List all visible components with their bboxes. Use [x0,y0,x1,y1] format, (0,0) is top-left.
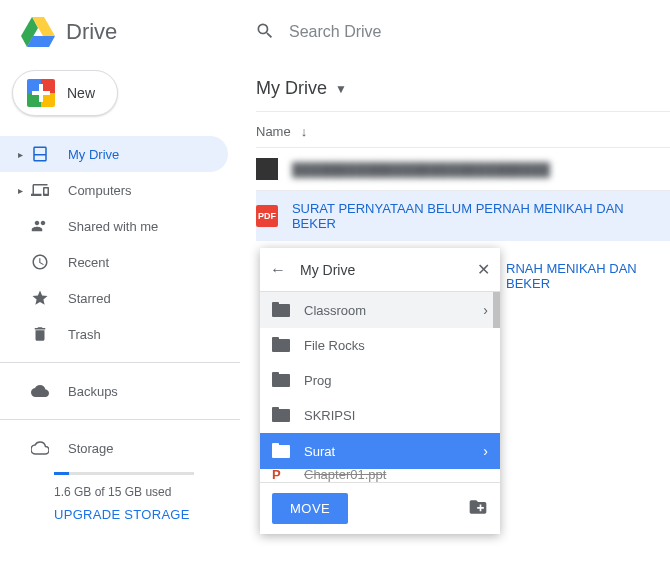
move-dialog: ← My Drive ✕ Classroom › File Rocks Prog… [260,248,500,534]
file-icon [256,158,278,180]
sidebar-item-computers[interactable]: ▸ Computers [0,172,228,208]
starred-icon [30,288,50,308]
chevron-right-icon[interactable]: › [483,302,488,318]
new-button-label: New [67,85,95,101]
folder-row-prog[interactable]: Prog [260,363,500,398]
sidebar-item-shared[interactable]: Shared with me [0,208,228,244]
folder-icon [272,444,290,458]
search-icon [255,21,275,44]
sidebar-item-backups[interactable]: Backups [0,373,228,409]
recent-icon [30,252,50,272]
drive-logo-icon [18,12,58,52]
folder-row-classroom[interactable]: Classroom › [260,292,500,328]
expand-icon[interactable]: ▸ [18,149,30,160]
dialog-title: My Drive [300,262,477,278]
sidebar-item-starred[interactable]: Starred [0,280,228,316]
sidebar-item-recent[interactable]: Recent [0,244,228,280]
folder-row-surat[interactable]: Surat › [260,433,500,469]
breadcrumb[interactable]: My Drive ▼ [256,64,670,111]
folder-icon [272,303,290,317]
folder-row-skripsi[interactable]: SKRIPSI [260,398,500,433]
app-name: Drive [66,19,117,45]
shared-icon [30,216,50,236]
sidebar-item-storage[interactable]: Storage [0,430,228,466]
file-row[interactable]: PDF SURAT PERNYATAAN BELUM PERNAH MENIKA… [256,190,670,241]
trash-icon [30,324,50,344]
backups-icon [30,381,50,401]
storage-used-text: 1.6 GB of 15 GB used [54,485,240,499]
search-input[interactable]: Search Drive [255,21,670,44]
folder-row-file-rocks[interactable]: File Rocks [260,328,500,363]
sidebar-item-trash[interactable]: Trash [0,316,228,352]
folder-icon [272,409,290,423]
computers-icon [30,180,50,200]
file-row[interactable]: ████████████████████████████ [256,147,670,190]
search-placeholder: Search Drive [289,23,381,41]
back-button[interactable]: ← [270,261,286,279]
column-header-name[interactable]: Name ↓ [256,112,670,147]
sidebar-item-my-drive[interactable]: ▸ My Drive [0,136,228,172]
upgrade-storage-link[interactable]: UPGRADE STORAGE [54,507,240,522]
drive-icon [30,144,50,164]
scrollbar[interactable] [493,292,500,328]
sort-arrow-icon: ↓ [301,124,308,139]
plus-icon [27,79,55,107]
expand-icon[interactable]: ▸ [18,185,30,196]
logo-area[interactable]: Drive [0,12,255,52]
move-button[interactable]: MOVE [272,493,348,524]
folder-icon [272,339,290,353]
new-button[interactable]: New [12,70,118,116]
file-row-partial[interactable]: P Chapter01.ppt [260,469,500,482]
folder-icon [272,374,290,388]
cloud-icon [30,438,50,458]
ppt-icon: P [272,469,290,482]
chevron-right-icon[interactable]: › [483,443,488,459]
chevron-down-icon: ▼ [335,82,347,96]
new-folder-button[interactable] [468,497,488,520]
storage-bar [54,472,194,475]
pdf-icon: PDF [256,205,278,227]
close-button[interactable]: ✕ [477,260,490,279]
